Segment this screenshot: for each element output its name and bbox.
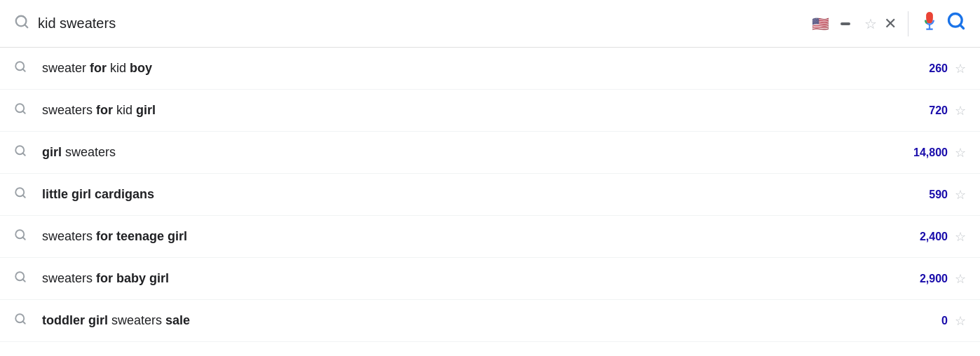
result-volume: 590: [892, 189, 948, 201]
search-icon: [14, 186, 42, 203]
svg-line-18: [22, 279, 25, 281]
result-right: 14,800☆: [892, 145, 966, 160]
svg-line-12: [22, 153, 25, 155]
close-icon[interactable]: ✕: [884, 15, 897, 33]
search-icon: [14, 228, 42, 245]
list-item[interactable]: toddler girl sweaters sale0☆: [0, 300, 980, 342]
star-icon[interactable]: ☆: [955, 103, 966, 118]
star-icon[interactable]: ☆: [955, 187, 966, 203]
search-icon: [14, 144, 42, 160]
result-right: 2,400☆: [892, 229, 966, 245]
vertical-divider: [908, 11, 908, 36]
result-volume: 0: [892, 315, 948, 327]
list-item[interactable]: girl sweaters14,800☆: [0, 132, 980, 174]
flag-icon: 🇺🇸: [812, 15, 829, 32]
result-volume: 14,800: [892, 146, 948, 159]
svg-line-14: [22, 195, 25, 197]
search-icon: [14, 271, 42, 287]
search-button-icon[interactable]: [946, 11, 966, 36]
result-right: 720☆: [892, 103, 966, 118]
search-icon: [14, 102, 42, 118]
result-volume: 260: [892, 62, 948, 75]
result-text: sweaters for baby girl: [42, 271, 892, 287]
list-item[interactable]: sweaters for kid girl720☆: [0, 90, 980, 132]
list-item[interactable]: sweater for kid boy260☆: [0, 48, 980, 90]
list-item[interactable]: little girl cardigans590☆: [0, 174, 980, 216]
mic-icon[interactable]: [920, 11, 939, 36]
result-volume: 720: [892, 104, 948, 117]
result-right: 0☆: [892, 313, 966, 329]
result-text: sweaters for teenage girl: [42, 228, 892, 245]
star-icon-header[interactable]: ☆: [864, 15, 877, 32]
result-right: 2,900☆: [892, 271, 966, 287]
result-text: sweaters for kid girl: [42, 102, 892, 118]
result-right: 260☆: [892, 61, 966, 76]
search-icon: [14, 60, 42, 76]
star-icon[interactable]: ☆: [955, 271, 966, 287]
result-volume: 2,400: [892, 231, 948, 243]
search-icon-main: [14, 14, 29, 34]
svg-line-6: [960, 25, 963, 28]
result-text: sweater for kid boy: [42, 60, 892, 76]
cpc-badge: [841, 22, 850, 25]
svg-line-20: [22, 321, 25, 323]
svg-line-16: [22, 237, 25, 239]
flag-volume: 🇺🇸: [812, 15, 833, 32]
results-list: sweater for kid boy260☆sweaters for kid …: [0, 48, 980, 342]
result-text: little girl cardigans: [42, 186, 892, 203]
search-input[interactable]: [38, 15, 803, 32]
list-item[interactable]: sweaters for teenage girl2,400☆: [0, 216, 980, 258]
star-icon[interactable]: ☆: [955, 229, 966, 245]
list-item[interactable]: sweaters for baby girl2,900☆: [0, 258, 980, 300]
search-icon: [14, 313, 42, 329]
search-bar: 🇺🇸 ☆ ✕: [0, 0, 980, 48]
result-text: toddler girl sweaters sale: [42, 313, 892, 329]
star-icon[interactable]: ☆: [955, 313, 966, 329]
result-volume: 2,900: [892, 273, 948, 285]
star-icon[interactable]: ☆: [955, 145, 966, 160]
svg-line-10: [22, 111, 25, 113]
search-meta: 🇺🇸 ☆ ✕: [812, 11, 966, 36]
svg-line-8: [22, 69, 25, 71]
svg-line-1: [25, 25, 27, 27]
star-icon[interactable]: ☆: [955, 61, 966, 76]
result-text: girl sweaters: [42, 144, 892, 160]
result-right: 590☆: [892, 187, 966, 203]
